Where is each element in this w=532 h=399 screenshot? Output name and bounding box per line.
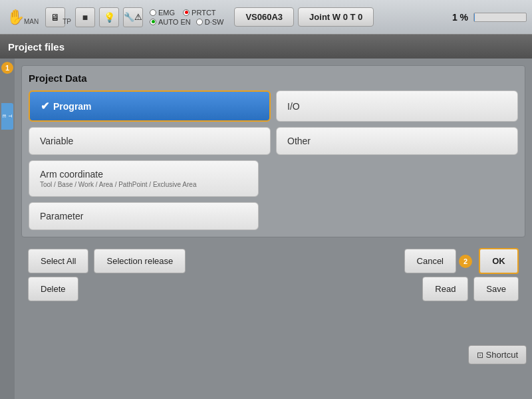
tp-label: TP <box>63 18 71 25</box>
selection-release-button[interactable]: Selection release <box>94 249 186 273</box>
hand-icon: ✋ <box>5 7 25 27</box>
data-grid: ✔ Program I/O Variable Other <box>29 90 518 155</box>
action-row-2: Delete Read Save <box>21 277 525 305</box>
io-label: I/O <box>287 101 300 112</box>
save-button[interactable]: Save <box>473 277 519 301</box>
d-sw-radio[interactable] <box>196 19 203 25</box>
emg-label: EMG <box>158 9 175 17</box>
parameter-button[interactable]: Parameter <box>29 202 259 230</box>
ok-button[interactable]: OK <box>479 248 519 274</box>
project-files-title: Project files <box>8 41 65 53</box>
io-button[interactable]: I/O <box>276 90 518 122</box>
shortcut-button[interactable]: ⊡ Shortcut <box>468 345 527 364</box>
select-all-button[interactable]: Select All <box>28 249 88 273</box>
d-sw-label: D·SW <box>205 18 224 26</box>
project-data-title: Project Data <box>29 72 518 84</box>
vs060a3-button[interactable]: VS060A3 <box>234 7 294 27</box>
percent-bar <box>473 13 527 22</box>
percent-fill <box>474 13 475 21</box>
project-files-header: Project files <box>0 35 532 59</box>
shortcut-label: Shortcut <box>486 350 518 360</box>
auto-en-label: AUTO EN <box>158 18 191 26</box>
man-label: MAN <box>24 18 39 25</box>
top-right: 1 % <box>452 12 527 23</box>
left-tab[interactable]: TE <box>1 103 13 130</box>
arm-coord-label: Arm coordinate <box>40 169 103 180</box>
project-data-box: Project Data ✔ Program I/O Variable <box>21 65 525 237</box>
wrench-icon: 🔧⚠ <box>124 12 142 22</box>
parameter-label: Parameter <box>40 211 83 221</box>
prtct-label: PRTCT <box>192 9 215 17</box>
program-check: ✔ <box>41 100 49 112</box>
prtct-radio[interactable] <box>183 9 190 16</box>
center-buttons: VS060A3 Joint W 0 T 0 <box>234 7 374 27</box>
program-button[interactable]: ✔ Program <box>29 90 271 122</box>
other-button[interactable]: Other <box>276 127 518 155</box>
other-label: Other <box>287 136 311 146</box>
bulb-icon: 💡 <box>104 12 115 23</box>
monitor-icon: 🖥 <box>51 12 60 23</box>
stop-button[interactable]: ■ <box>75 7 95 27</box>
cancel-button[interactable]: Cancel <box>404 249 456 273</box>
auto-en-radio[interactable] <box>150 19 156 25</box>
main-area: 1 TE Project Data ✔ Program I/O Variable <box>0 59 532 399</box>
action-row-1: Select All Selection release Cancel 2 OK <box>21 243 525 277</box>
dialog-content: Project Data ✔ Program I/O Variable <box>15 59 532 399</box>
bulb-button[interactable]: 💡 <box>99 7 119 27</box>
variable-button[interactable]: Variable <box>29 127 271 155</box>
arm-coordinate-button[interactable]: Arm coordinate Tool / Base / Work / Area… <box>29 160 259 197</box>
percent-text: 1 % <box>452 12 468 23</box>
top-toolbar: ✋ MAN 🖥 TP ■ 💡 🔧⚠ EMG PRTCT AUTO EN D·SW… <box>0 0 532 35</box>
stop-icon: ■ <box>82 12 88 23</box>
shortcut-icon: ⊡ <box>477 350 483 360</box>
variable-label: Variable <box>40 136 73 146</box>
left-strip: 1 TE <box>0 59 15 399</box>
emg-radio[interactable] <box>150 9 156 16</box>
badge-2: 2 <box>459 255 472 268</box>
program-label: Program <box>53 101 92 112</box>
delete-button[interactable]: Delete <box>28 277 78 301</box>
read-button[interactable]: Read <box>422 277 468 301</box>
joint-button[interactable]: Joint W 0 T 0 <box>298 7 374 27</box>
arm-coord-subtitle: Tool / Base / Work / Area / PathPoint / … <box>40 181 196 188</box>
wrench-button[interactable]: 🔧⚠ <box>123 7 143 27</box>
radio-group: EMG PRTCT AUTO EN D·SW <box>150 9 223 26</box>
badge-1: 1 <box>1 62 13 74</box>
